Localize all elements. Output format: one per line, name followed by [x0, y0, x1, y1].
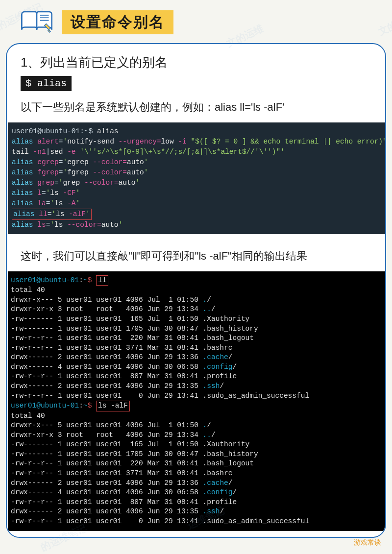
mid-description: 这时，我们可以直接敲"ll"即可得到和"ls -alF"相同的输出结果 — [21, 246, 376, 266]
page-header: 设置命令别名 — [0, 0, 392, 39]
footer-tag: 游戏常谈 — [354, 538, 381, 547]
content-card: 1、列出当前已定义的别名 $ alias 以下一些别名是系统默认创建的，例如：a… — [6, 43, 386, 538]
page-title: 设置命令别名 — [62, 10, 173, 34]
book-icon — [20, 9, 54, 35]
terminal-output-alias: user01@ubuntu-01:~$ alias alias alert='n… — [8, 122, 385, 234]
section-heading: 1、列出当前已定义的别名 — [21, 54, 376, 71]
terminal-output-ll: user01@ubuntu-01:~$ ll total 40 drwxr-x-… — [8, 271, 385, 531]
section-description: 以下一些别名是系统默认创建的，例如：alias ll='ls -alF' — [21, 97, 376, 118]
command-badge: $ alias — [21, 76, 72, 91]
